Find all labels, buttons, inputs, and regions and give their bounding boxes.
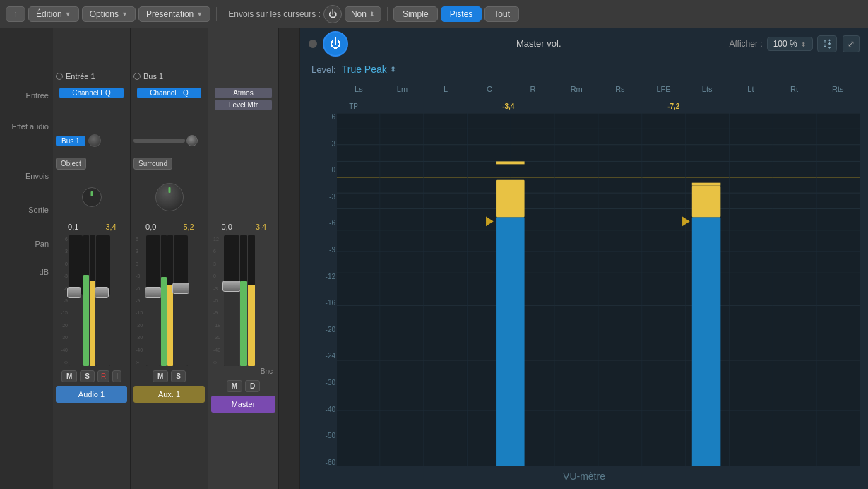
- fader1-audio1[interactable]: [69, 235, 83, 366]
- non-select[interactable]: Non ⬍: [345, 6, 381, 22]
- svg-rect-30: [692, 217, 721, 466]
- master-title: Master vol.: [348, 38, 729, 49]
- col-hdr-c: C: [468, 85, 511, 93]
- divider2: [387, 7, 388, 21]
- fader-area-audio1: 630-3-6-9-15-20-30-40∞: [58, 235, 125, 366]
- mixer-panel: Entrée Effet audio Envois Sortie Pan dB …: [0, 28, 300, 489]
- send-bus1-audio1[interactable]: Bus 1: [56, 136, 85, 146]
- fader1-handle-audio1[interactable]: [67, 287, 81, 298]
- fader1-handle-aux1[interactable]: [145, 287, 162, 298]
- tp-label: TP: [337, 102, 358, 110]
- channel-name-aux1[interactable]: Aux. 1: [133, 386, 205, 403]
- fader2-handle-audio1[interactable]: [95, 287, 109, 298]
- level-label: Level:: [311, 64, 336, 75]
- main-layout: Entrée Effet audio Envois Sortie Pan dB …: [0, 28, 868, 489]
- envois-power-button[interactable]: ⏻: [323, 5, 342, 23]
- plugin-atmos-master[interactable]: Atmos: [215, 88, 273, 98]
- fader1-aux1[interactable]: [146, 235, 160, 366]
- sends-row-audio1: Bus 1: [56, 131, 127, 151]
- svg-rect-28: [496, 161, 525, 164]
- pan-knob-aux1[interactable]: [155, 183, 184, 211]
- plugin-levelmtr-master[interactable]: Level Mtr: [215, 100, 273, 110]
- db-row-audio1: 0,1 -3,4: [56, 218, 127, 235]
- solo-button-master[interactable]: D: [245, 380, 260, 392]
- channel-name-master[interactable]: Master: [211, 396, 275, 413]
- send-knob-aux1[interactable]: [186, 135, 198, 146]
- master-link-button[interactable]: ⛓: [817, 35, 837, 52]
- send-knob-audio1[interactable]: [88, 134, 101, 147]
- simple-button[interactable]: Simple: [393, 6, 438, 22]
- back-button[interactable]: ↑: [6, 6, 25, 22]
- zoom-label: Afficher :: [729, 39, 762, 49]
- db-val2-master: -3,4: [244, 223, 276, 231]
- plugin-channel-eq-aux1[interactable]: Channel EQ: [137, 88, 201, 98]
- vu-chart: 6 3 0 -3 -6 -9 -12 -16 -20 -24 -30 -40 -…: [337, 113, 860, 466]
- topbar: ↑ Édition ▼ Options ▼ Présentation ▼ Env…: [0, 0, 868, 28]
- channel-master: Atmos Level Mtr 0,0 -3,4: [208, 28, 279, 489]
- input-select-audio1[interactable]: Entrée 1: [66, 72, 95, 81]
- presentation-menu[interactable]: Présentation ▼: [138, 6, 210, 22]
- label-sortie: Sortie: [0, 203, 53, 217]
- solo-button-audio1[interactable]: S: [80, 370, 95, 382]
- input-monitor-audio1[interactable]: I: [112, 370, 121, 382]
- fader1-handle-master[interactable]: [222, 281, 241, 292]
- plugin-channel-eq-audio1[interactable]: Channel EQ: [59, 88, 124, 98]
- vu-master: [240, 235, 247, 366]
- pan-knob-audio1[interactable]: [82, 187, 102, 207]
- edition-menu[interactable]: Édition ▼: [28, 6, 79, 22]
- master-zoom-area: Afficher : 100 % ⬍ ⛓: [729, 35, 837, 52]
- pan-row-audio1: [56, 176, 127, 218]
- mute-button-audio1[interactable]: M: [61, 370, 77, 382]
- input-select-aux1[interactable]: Bus 1: [143, 72, 163, 81]
- db-val1-audio1: 0,1: [56, 223, 91, 231]
- channel-audio1: Entrée 1 Channel EQ Bus 1 Object: [53, 28, 131, 489]
- master-indicator: [309, 40, 317, 48]
- fader2-fill-audio1: [96, 294, 110, 366]
- channel-name-audio1[interactable]: Audio 1: [56, 386, 127, 403]
- zoom-value[interactable]: 100 % ⬍: [767, 37, 813, 51]
- fader2-audio1[interactable]: [96, 235, 110, 366]
- mute-button-master[interactable]: M: [227, 380, 242, 392]
- fader-scale-audio1: 630-3-6-9-15-20-30-40∞: [58, 235, 68, 366]
- solo-button-aux1[interactable]: S: [171, 370, 186, 382]
- bnc-label: Bnc: [211, 366, 275, 376]
- vu-meter-area: Ls Lm L C R Rm Rs LFE Lts Lt Rt Rts TP -…: [300, 79, 868, 489]
- tout-button[interactable]: Tout: [484, 6, 519, 22]
- fader2-aux1[interactable]: [174, 235, 188, 366]
- channel-bottom-master: M D: [211, 376, 275, 396]
- col-hdr-rm: Rm: [554, 85, 598, 93]
- expand-button[interactable]: ⤢: [843, 35, 860, 52]
- output-surround-aux1[interactable]: Surround: [133, 158, 172, 170]
- input-dot-audio1: [56, 73, 63, 80]
- sends-row-master: [211, 131, 275, 151]
- svg-text:▶: ▶: [682, 213, 690, 227]
- options-menu[interactable]: Options ▼: [82, 6, 136, 22]
- fader1-master[interactable]: [224, 235, 239, 366]
- svg-rect-26: [496, 217, 525, 466]
- master-power-button[interactable]: ⏻: [323, 31, 348, 57]
- vu-master-peak: [248, 235, 255, 366]
- tp-val-c: -3,4: [488, 102, 530, 110]
- pistes-button[interactable]: Pistes: [441, 6, 482, 22]
- record-button-audio1[interactable]: R: [97, 370, 109, 382]
- tp-val-lfe: -7,2: [653, 102, 695, 110]
- col-hdr-rts: Rts: [816, 85, 860, 93]
- level-select[interactable]: True Peak ⬍: [342, 64, 396, 75]
- fader-scale-master: 12630-3-6-9-18-30-40∞: [213, 235, 223, 366]
- level-row: Level: True Peak ⬍: [300, 59, 868, 79]
- channel-bottom-audio1: M S R I: [56, 366, 127, 386]
- output-object-audio1[interactable]: Object: [56, 158, 86, 170]
- fader-area-aux1: 630-3-6-9-15-20-30-40∞: [136, 235, 203, 366]
- input-dot-aux1: [133, 73, 141, 80]
- fader-scale-aux1: 630-3-6-9-15-20-30-40∞: [136, 235, 145, 366]
- mute-button-aux1[interactable]: M: [153, 370, 168, 382]
- send-slider-aux1[interactable]: [133, 139, 185, 143]
- fader2-handle-aux1[interactable]: [172, 283, 189, 294]
- db-row-master: 0,0 -3,4: [211, 218, 275, 235]
- channel-strip-area: Entrée Effet audio Envois Sortie Pan dB …: [0, 28, 299, 489]
- vu-left-audio1: [83, 235, 89, 366]
- output-row-aux1: Surround: [133, 153, 205, 173]
- label-effet: Effet audio: [0, 119, 53, 134]
- db-row-aux1: 0,0 -5,2: [133, 218, 205, 235]
- col-hdr-lm: Lm: [381, 85, 424, 93]
